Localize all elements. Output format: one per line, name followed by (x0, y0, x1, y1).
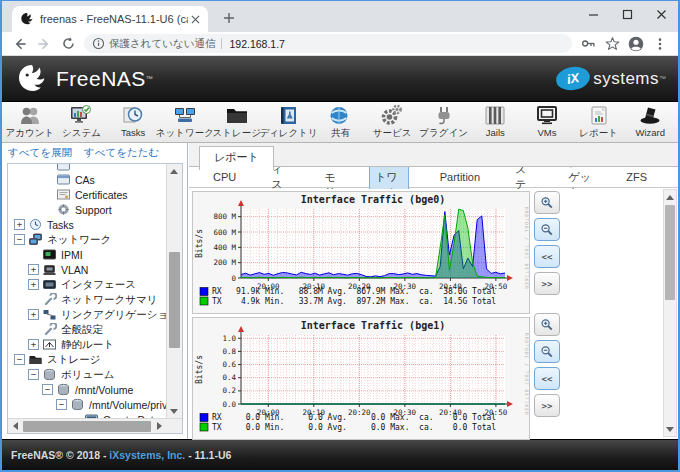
content-scroll-thumb[interactable] (665, 205, 675, 300)
svg-text:Interface Traffic (bge0): Interface Traffic (bge0) (301, 194, 446, 205)
zoom-out-button[interactable] (534, 340, 560, 363)
tree-item-ipmi[interactable]: IPMI (8, 247, 166, 262)
toolbar-item-wizard[interactable]: Wizard (624, 104, 676, 138)
expand-all-link[interactable]: すべてを展開 (8, 146, 72, 160)
pan-left-button[interactable]: << (534, 367, 560, 390)
tree-item-network[interactable]: −ネットワーク (8, 232, 166, 247)
scroll-down-icon[interactable] (167, 404, 181, 418)
tree-item-certificates[interactable]: Certificates (8, 187, 166, 202)
collapse-all-link[interactable]: すべてをたたむ (84, 146, 159, 160)
zoom-in-button[interactable] (534, 313, 560, 336)
toolbar-item-vms[interactable]: VMs (521, 104, 573, 138)
tree-item-tasks[interactable]: +Tasks (8, 217, 166, 232)
vms-icon (535, 104, 559, 126)
toolbar-item-account[interactable]: アカウント (4, 104, 56, 140)
tree-horizontal-scrollbar[interactable] (8, 418, 182, 433)
toolbar-item-reporting[interactable]: レポート (573, 104, 625, 140)
tree-expander-minus-icon[interactable]: − (42, 384, 53, 395)
toolbar-item-jails[interactable]: Jails (469, 104, 521, 138)
sharing-icon (328, 104, 352, 126)
toolbar-item-plugins[interactable]: プラグイン (418, 104, 470, 140)
tab-close-icon[interactable] (188, 12, 202, 26)
tree-expander-minus-icon[interactable]: − (14, 234, 25, 245)
forward-icon[interactable] (34, 34, 54, 54)
tree-item-clipped-item[interactable] (8, 164, 166, 172)
zoom-out-button[interactable] (534, 218, 560, 241)
pan-right-button[interactable]: >> (534, 272, 560, 295)
content-scroll-up-icon[interactable] (663, 190, 677, 204)
toolbar-item-sharing[interactable]: 共有 (315, 104, 367, 140)
toolbar-item-directory[interactable]: ディレクトリ (263, 104, 315, 140)
tree-item-interfaces[interactable]: +インタフェース (8, 277, 166, 292)
tree-item-link-aggregation[interactable]: +リンクアグリゲーション (8, 307, 166, 322)
tree-item-storage[interactable]: −ストレージ (8, 352, 166, 367)
tree-item-static-routes[interactable]: +静的ルート (8, 337, 166, 352)
tree-expander-plus-icon[interactable]: + (28, 279, 39, 290)
volume-icon (56, 383, 71, 396)
toolbar-label: VMs (537, 127, 556, 138)
key-icon[interactable] (579, 35, 597, 53)
subtab-cpu[interactable]: CPU (209, 170, 240, 184)
tree-item-support[interactable]: Support (8, 202, 166, 217)
tree-item-volumes[interactable]: −ボリューム (8, 367, 166, 382)
account-icon (18, 104, 42, 126)
new-tab-button[interactable] (220, 9, 237, 26)
bookmark-star-icon[interactable] (603, 35, 621, 53)
window-minimize-icon[interactable] (576, 1, 610, 27)
tree-item-network-summary[interactable]: ネットワークサマリ (8, 292, 166, 307)
footer-ixsystems-link[interactable]: iXsystems, Inc. (109, 449, 185, 461)
svg-text:TX 4.9k Min. 33.7M Avg.: TX 4.9k Min. 33.7M Avg. 897.2M Max. ca. … (212, 297, 496, 306)
window-close-icon[interactable] (644, 1, 678, 27)
toolbar-item-storage[interactable]: ストレージ (211, 104, 263, 140)
scroll-left-icon[interactable] (8, 419, 22, 433)
tree-item-label: Tasks (47, 219, 74, 231)
scroll-up-icon[interactable] (167, 164, 181, 178)
tree-expander-plus-icon[interactable]: + (14, 219, 25, 230)
tree-item-label: ボリューム (61, 368, 114, 382)
toolbar-item-tasks[interactable]: Tasks (107, 104, 159, 138)
toolbar-label: アカウント (6, 127, 55, 140)
toolbar-item-system[interactable]: システム (56, 104, 108, 140)
tree-vertical-scrollbar[interactable] (166, 164, 182, 418)
window-maximize-icon[interactable] (610, 1, 644, 27)
tree-item-mnt-volume-private[interactable]: −/mnt/Volume/private (8, 397, 166, 412)
info-icon[interactable] (92, 37, 105, 50)
tree-item-cas[interactable]: CAs (8, 172, 166, 187)
pan-left-button[interactable]: << (534, 245, 560, 268)
tree-expander-minus-icon[interactable]: − (56, 399, 67, 410)
security-status[interactable]: 保護されていない通信 (109, 37, 215, 51)
reload-icon[interactable] (58, 34, 78, 54)
tree-expander-plus-icon[interactable]: + (28, 264, 39, 275)
toolbar-label: Jails (486, 127, 505, 138)
tree-expander-minus-icon[interactable]: − (28, 369, 39, 380)
toolbar-item-services[interactable]: サービス (366, 104, 418, 140)
tree-item-label: IPMI (61, 249, 83, 261)
subtab-zfs[interactable]: ZFS (622, 170, 651, 184)
tree-expander-plus-icon[interactable]: + (28, 309, 39, 320)
tree-vscroll-thumb[interactable] (169, 252, 180, 348)
content-scrollbar[interactable] (663, 189, 677, 437)
tree-expander-plus-icon[interactable]: + (28, 339, 39, 350)
back-icon[interactable] (10, 34, 30, 54)
tree-item-mnt-volume[interactable]: −/mnt/Volume (8, 382, 166, 397)
graph-bge1: 0.00.20.40.60.81.020:0020:1020:2020:3020… (192, 317, 530, 440)
address-bar[interactable]: 保護されていない通信 192.168.1.7 (84, 34, 572, 53)
tab-report[interactable]: レポート (199, 146, 274, 170)
profile-avatar-icon[interactable] (627, 35, 645, 53)
tree-item-vlan[interactable]: +VLAN (8, 262, 166, 277)
browser-tab[interactable]: freenas - FreeNAS-11.1-U6 (caffc (12, 6, 208, 32)
wrench-icon (42, 293, 57, 306)
tree-item-global-config[interactable]: 全般設定 (8, 322, 166, 337)
brand-tm: ™ (146, 75, 153, 82)
tree-expander-minus-icon[interactable]: − (14, 354, 25, 365)
subtab-partition[interactable]: Partition (436, 170, 484, 184)
scroll-right-icon[interactable] (152, 419, 166, 433)
content-scroll-down-icon[interactable] (663, 422, 677, 436)
zoom-in-button[interactable] (534, 191, 560, 214)
tree-hscroll-thumb[interactable] (23, 421, 151, 432)
svg-text:200 M: 200 M (213, 258, 236, 267)
pan-right-button[interactable]: >> (534, 394, 560, 417)
url-text[interactable]: 192.168.1.7 (229, 38, 284, 50)
menu-dots-icon[interactable] (651, 35, 669, 53)
toolbar-item-network[interactable]: ネットワーク (159, 104, 211, 140)
